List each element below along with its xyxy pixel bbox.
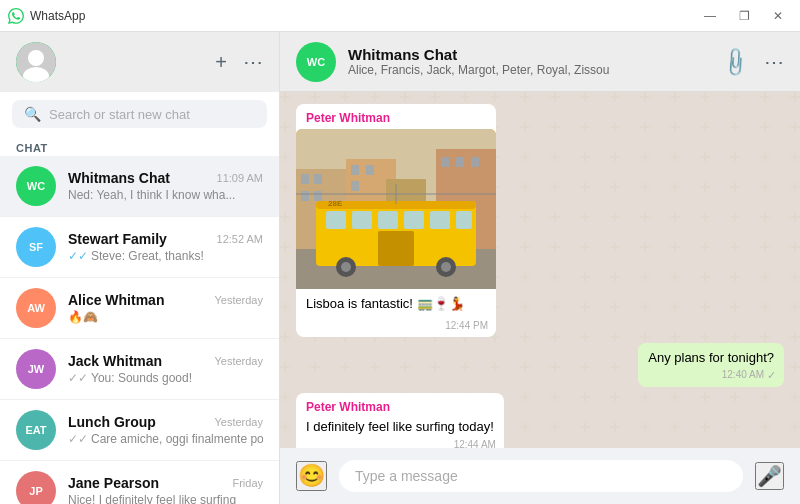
chat-time: 12:52 AM bbox=[217, 233, 263, 245]
whatsapp-icon bbox=[8, 8, 24, 24]
chat-avatar: JW bbox=[16, 349, 56, 389]
svg-rect-23 bbox=[378, 211, 398, 229]
svg-point-1 bbox=[28, 50, 44, 66]
chat-preview: ✓✓ You: Sounds good! bbox=[68, 371, 263, 385]
chat-preview: 🔥🙈 bbox=[68, 310, 263, 324]
chat-time: Yesterday bbox=[214, 355, 263, 367]
sidebar-actions: + ⋯ bbox=[215, 50, 263, 74]
chat-time: 11:09 AM bbox=[217, 172, 263, 184]
attach-button[interactable]: 📎 bbox=[718, 44, 753, 79]
chat-item-jane[interactable]: JP Jane Pearson Friday Nice! I definitel… bbox=[0, 461, 279, 504]
bubble-time: 12:44 PM bbox=[445, 319, 488, 333]
svg-rect-26 bbox=[456, 211, 472, 229]
bubble-text: Lisboa is fantastic! 🚃🍷💃 bbox=[296, 289, 496, 317]
mic-button[interactable]: 🎤 bbox=[755, 462, 784, 490]
chat-area: WC Whitmans Chat Alice, Francis, Jack, M… bbox=[280, 32, 800, 504]
restore-button[interactable]: ❐ bbox=[730, 6, 758, 26]
svg-rect-24 bbox=[404, 211, 424, 229]
chat-time: Friday bbox=[232, 477, 263, 489]
messages-area: Peter Whitman bbox=[280, 92, 800, 448]
svg-rect-27 bbox=[378, 231, 414, 266]
app-container: + ⋯ 🔍 chat WC Whitmans Chat 11:09 AM Ned… bbox=[0, 32, 800, 504]
menu-button[interactable]: ⋯ bbox=[243, 50, 263, 74]
chat-name: Jack Whitman bbox=[68, 353, 162, 369]
chat-info: Jane Pearson Friday Nice! I definitely f… bbox=[68, 475, 263, 504]
new-chat-button[interactable]: + bbox=[215, 50, 227, 74]
message-msg2: Any plans for tonight? 12:40 AM ✓ bbox=[638, 343, 784, 387]
chat-name: Whitmans Chat bbox=[68, 170, 170, 186]
chat-name-row: Stewart Family 12:52 AM bbox=[68, 231, 263, 247]
svg-rect-17 bbox=[471, 157, 479, 167]
bubble-sender: Peter Whitman bbox=[306, 399, 494, 416]
chat-name-row: Jack Whitman Yesterday bbox=[68, 353, 263, 369]
preview-text: 🔥🙈 bbox=[68, 310, 98, 324]
bubble-text: I definitely feel like surfing today! bbox=[306, 418, 494, 436]
chat-preview: ✓✓ Care amiche, oggi finalmente posso bbox=[68, 432, 263, 446]
minimize-button[interactable]: — bbox=[696, 6, 724, 26]
chat-avatar: EAT bbox=[16, 410, 56, 450]
user-avatar[interactable] bbox=[16, 42, 56, 82]
bubble-outgoing: Any plans for tonight? 12:40 AM ✓ bbox=[638, 343, 784, 387]
preview-text: You: Sounds good! bbox=[91, 371, 192, 385]
title-bar: WhatsApp — ❐ ✕ bbox=[0, 0, 800, 32]
chat-info: Lunch Group Yesterday ✓✓ Care amiche, og… bbox=[68, 414, 263, 446]
section-label: chat bbox=[0, 136, 279, 156]
emoji-button[interactable]: 😊 bbox=[296, 461, 327, 491]
chat-header-info: Whitmans Chat Alice, Francis, Jack, Marg… bbox=[348, 46, 711, 77]
svg-point-31 bbox=[441, 262, 451, 272]
message-input[interactable] bbox=[339, 460, 743, 492]
bubble-text: Any plans for tonight? bbox=[648, 349, 774, 367]
tick-icon: ✓ bbox=[767, 368, 776, 383]
search-input-wrap[interactable]: 🔍 bbox=[12, 100, 267, 128]
chat-info: Jack Whitman Yesterday ✓✓ You: Sounds go… bbox=[68, 353, 263, 385]
chat-name: Lunch Group bbox=[68, 414, 156, 430]
svg-rect-16 bbox=[456, 157, 464, 167]
svg-rect-12 bbox=[351, 165, 359, 175]
svg-rect-25 bbox=[430, 211, 450, 229]
tick-icon: ✓✓ bbox=[68, 371, 88, 385]
chat-header: WC Whitmans Chat Alice, Francis, Jack, M… bbox=[280, 32, 800, 92]
chat-info: Stewart Family 12:52 AM ✓✓ Steve: Great,… bbox=[68, 231, 263, 263]
chat-item-jack[interactable]: JW Jack Whitman Yesterday ✓✓ You: Sounds… bbox=[0, 339, 279, 400]
search-icon: 🔍 bbox=[24, 106, 41, 122]
chat-avatar: AW bbox=[16, 288, 56, 328]
chat-info: Whitmans Chat 11:09 AM Ned: Yeah, I thin… bbox=[68, 170, 263, 202]
group-avatar: WC bbox=[296, 42, 336, 82]
preview-text: Steve: Great, thanks! bbox=[91, 249, 204, 263]
chat-item-whitmans[interactable]: WC Whitmans Chat 11:09 AM Ned: Yeah, I t… bbox=[0, 156, 279, 217]
chat-name: Stewart Family bbox=[68, 231, 167, 247]
close-button[interactable]: ✕ bbox=[764, 6, 792, 26]
chat-preview: Nice! I definitely feel like surfing bbox=[68, 493, 263, 504]
input-area: 😊 🎤 bbox=[280, 448, 800, 504]
svg-rect-15 bbox=[441, 157, 449, 167]
bubble-time: 12:44 AM bbox=[454, 438, 496, 448]
chat-name-row: Lunch Group Yesterday bbox=[68, 414, 263, 430]
search-input[interactable] bbox=[49, 107, 255, 122]
chat-name-row: Alice Whitman Yesterday bbox=[68, 292, 263, 308]
chat-avatar: SF bbox=[16, 227, 56, 267]
chat-list: WC Whitmans Chat 11:09 AM Ned: Yeah, I t… bbox=[0, 156, 279, 504]
chat-item-stewart[interactable]: SF Stewart Family 12:52 AM ✓✓ Steve: Gre… bbox=[0, 217, 279, 278]
app-title: WhatsApp bbox=[30, 9, 696, 23]
preview-text: Nice! I definitely feel like surfing bbox=[68, 493, 236, 504]
chat-name-row: Whitmans Chat 11:09 AM bbox=[68, 170, 263, 186]
svg-rect-14 bbox=[351, 181, 359, 191]
chat-avatar: WC bbox=[16, 166, 56, 206]
chat-item-lunch[interactable]: EAT Lunch Group Yesterday ✓✓ Care amiche… bbox=[0, 400, 279, 461]
chat-menu-button[interactable]: ⋯ bbox=[764, 50, 784, 74]
bubble-sender: Peter Whitman bbox=[296, 104, 496, 127]
message-image: 28E bbox=[296, 129, 496, 289]
chat-name: Whitmans Chat bbox=[348, 46, 711, 63]
svg-rect-21 bbox=[326, 211, 346, 229]
preview-text: Ned: Yeah, I think I know wha... bbox=[68, 188, 235, 202]
svg-rect-11 bbox=[314, 191, 322, 201]
tick-icon: ✓✓ bbox=[68, 249, 88, 263]
message-msg1: Peter Whitman bbox=[296, 104, 496, 337]
chat-name: Alice Whitman bbox=[68, 292, 164, 308]
window-controls: — ❐ ✕ bbox=[696, 6, 792, 26]
message-msg3: Peter Whitman I definitely feel like sur… bbox=[296, 393, 504, 448]
chat-name-row: Jane Pearson Friday bbox=[68, 475, 263, 491]
chat-item-alice[interactable]: AW Alice Whitman Yesterday 🔥🙈 bbox=[0, 278, 279, 339]
svg-rect-9 bbox=[314, 174, 322, 184]
chat-preview: ✓✓ Steve: Great, thanks! bbox=[68, 249, 263, 263]
